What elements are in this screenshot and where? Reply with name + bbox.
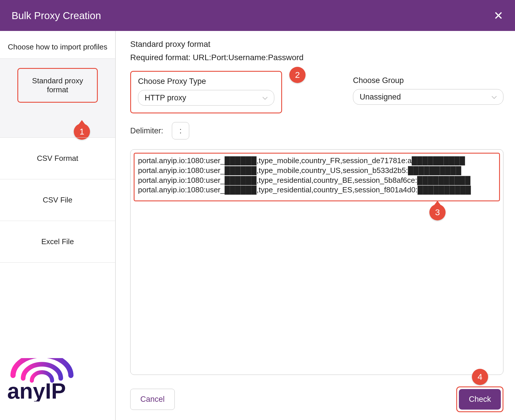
modal-title: Bulk Proxy Creation xyxy=(12,10,101,21)
sidebar-item-label: CSV Format xyxy=(37,154,78,163)
check-button[interactable]: Check xyxy=(459,389,501,410)
sidebar-item-excel-file[interactable]: Excel File xyxy=(0,221,115,263)
close-icon[interactable]: ✕ xyxy=(494,10,503,21)
sidebar: Choose how to import profiles Standard p… xyxy=(0,31,116,420)
annotation-2: 2 xyxy=(289,67,306,83)
chevron-down-icon xyxy=(262,93,268,102)
sidebar-item-standard-proxy-format[interactable]: Standard proxy format 1 xyxy=(0,58,115,138)
proxy-type-field-highlight: Choose Proxy Type HTTP proxy xyxy=(130,71,282,113)
annotation-4: 4 xyxy=(472,369,488,385)
info-title: Standard proxy format xyxy=(130,40,503,49)
modal-header: Bulk Proxy Creation ✕ xyxy=(0,0,515,31)
modal-body: Choose how to import profiles Standard p… xyxy=(0,31,515,420)
delimiter-input[interactable]: : xyxy=(172,122,189,139)
check-button-highlight: 4 Check xyxy=(456,386,503,412)
proxy-type-select[interactable]: HTTP proxy xyxy=(138,90,274,106)
cancel-button[interactable]: Cancel xyxy=(130,389,175,410)
proxy-type-value: HTTP proxy xyxy=(145,93,186,102)
brand-logo: anyIP xyxy=(0,347,115,420)
main-panel: Standard proxy format Required format: U… xyxy=(116,31,515,420)
proxy-list-textarea[interactable] xyxy=(130,149,503,375)
delimiter-label: Delimiter: xyxy=(130,126,163,135)
info-sub: Required format: URL:Port:Username:Passw… xyxy=(130,53,503,62)
chevron-down-icon xyxy=(492,93,497,102)
sidebar-item-label: Standard proxy format xyxy=(32,76,83,94)
sidebar-item-csv-file[interactable]: CSV File xyxy=(0,179,115,221)
svg-text:anyIP: anyIP xyxy=(7,379,66,401)
delimiter-value: : xyxy=(179,126,182,135)
sidebar-item-label: CSV File xyxy=(43,196,73,204)
footer: Cancel 4 Check xyxy=(130,386,503,412)
group-value: Unassigned xyxy=(360,93,401,102)
group-select[interactable]: Unassigned xyxy=(353,89,503,105)
annotation-3: 3 xyxy=(429,204,446,220)
sidebar-item-csv-format[interactable]: CSV Format xyxy=(0,137,115,179)
group-label: Choose Group xyxy=(353,76,503,85)
delimiter-row: Delimiter: : xyxy=(130,122,503,139)
sidebar-heading: Choose how to import profiles xyxy=(0,31,115,59)
sidebar-item-label: Excel File xyxy=(41,237,74,246)
proxy-type-label: Choose Proxy Type xyxy=(138,77,274,86)
